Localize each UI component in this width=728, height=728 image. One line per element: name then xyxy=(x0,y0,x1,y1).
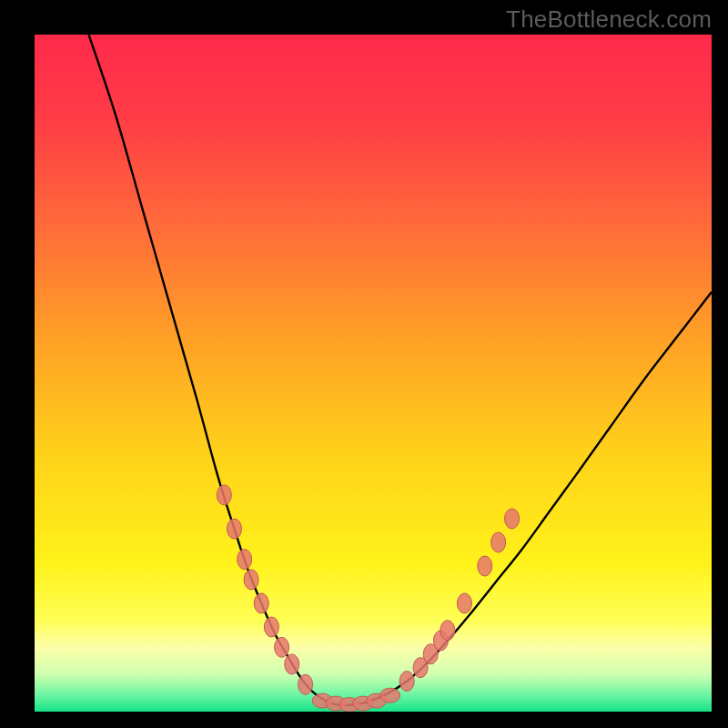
data-point xyxy=(254,593,268,613)
data-point xyxy=(285,654,299,674)
chart-svg xyxy=(35,35,712,712)
data-point xyxy=(440,621,455,641)
data-point xyxy=(491,532,506,552)
data-point xyxy=(505,509,520,529)
watermark-text: TheBottleneck.com xyxy=(506,5,712,34)
data-point xyxy=(238,550,252,570)
data-point xyxy=(244,570,258,590)
data-point xyxy=(264,617,278,637)
data-point xyxy=(298,674,313,694)
data-point xyxy=(217,485,231,505)
plot-area xyxy=(35,35,712,712)
outer-frame: TheBottleneck.com xyxy=(0,0,728,728)
data-point xyxy=(380,688,400,703)
data-points xyxy=(217,485,519,712)
data-point xyxy=(457,593,471,613)
data-point xyxy=(478,556,492,576)
data-point xyxy=(399,672,414,692)
data-point xyxy=(275,637,289,657)
data-point xyxy=(227,519,241,539)
bottleneck-curve xyxy=(89,35,712,705)
